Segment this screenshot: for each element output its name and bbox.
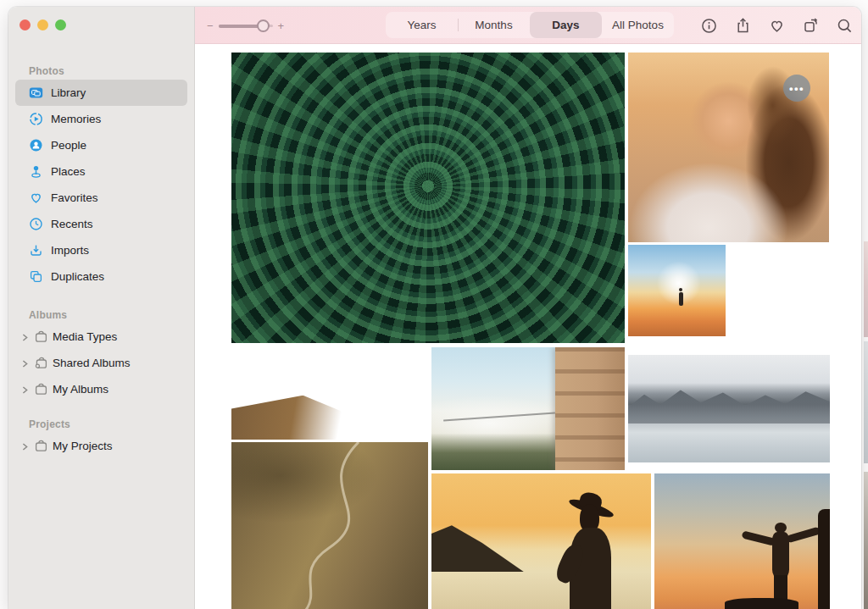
sidebar-section-albums: Albums <box>15 307 187 324</box>
sidebar-item-label: Library <box>51 86 86 99</box>
album-icon <box>34 439 48 453</box>
window-controls <box>19 19 66 30</box>
beach-person-silhouette <box>679 292 683 306</box>
close-window-button[interactable] <box>19 19 31 30</box>
fjord-ridge-shape <box>231 396 369 440</box>
sidebar: Photos Library Memories <box>8 7 195 609</box>
sidebar-item-duplicates[interactable]: Duplicates <box>15 263 187 290</box>
more-options-button[interactable]: ••• <box>783 75 810 102</box>
sidebar-item-recents[interactable]: Recents <box>15 211 187 237</box>
chevron-right-icon[interactable] <box>20 332 30 341</box>
toolbar-actions <box>692 7 861 44</box>
zoom-slider-knob[interactable] <box>257 19 270 32</box>
photo-castle-fog[interactable] <box>431 347 625 470</box>
sidebar-item-my-albums[interactable]: My Albums <box>15 376 187 402</box>
sidebar-item-media-types[interactable]: Media Types <box>15 324 187 350</box>
view-segmented-control: Years Months Days All Photos <box>386 12 674 38</box>
headland-shape <box>431 525 524 572</box>
tab-days[interactable]: Days <box>530 12 602 38</box>
sidebar-item-label: My Projects <box>53 440 113 452</box>
mountain-peaks-shape <box>628 387 830 424</box>
photos-app-window: Photos Library Memories <box>8 7 861 609</box>
screen: Photos Library Memories <box>0 0 868 609</box>
favorite-heart-icon[interactable] <box>760 7 793 44</box>
thumbnail-zoom-control: − + <box>207 7 284 44</box>
chevron-right-icon[interactable] <box>20 441 30 451</box>
photo-fjord-lake[interactable] <box>231 347 428 440</box>
sidebar-item-label: People <box>51 139 86 152</box>
sidebar-item-library[interactable]: Library <box>15 80 187 106</box>
toolbar: − + Years Months Days All Photos <box>195 7 861 44</box>
photo-arms-spread-sunset[interactable] <box>654 473 830 609</box>
sidebar-item-label: Duplicates <box>51 270 104 283</box>
heart-icon <box>29 191 43 205</box>
photo-forest-aerial[interactable] <box>231 53 625 343</box>
sidebar-item-label: My Albums <box>53 383 108 396</box>
rotate-icon[interactable] <box>793 7 827 44</box>
zoom-slider[interactable] <box>219 19 273 31</box>
chevron-right-icon[interactable] <box>20 385 30 394</box>
cable-car-line <box>443 412 555 422</box>
photo-beach-sunset-figure[interactable] <box>628 245 726 336</box>
sidebar-item-label: Media Types <box>53 330 117 343</box>
sidebar-item-people[interactable]: People <box>15 132 187 158</box>
photo-woman-portrait[interactable]: ••• <box>628 53 829 242</box>
tab-years[interactable]: Years <box>386 12 458 38</box>
tab-all-photos[interactable]: All Photos <box>602 12 674 38</box>
edge-photo-sliver-top <box>864 241 868 337</box>
sidebar-item-label: Recents <box>51 218 93 230</box>
album-icon <box>34 382 48 396</box>
sidebar-item-my-projects[interactable]: My Projects <box>15 433 187 459</box>
sidebar-item-label: Shared Albums <box>53 357 131 369</box>
partial-silhouette-shape <box>818 509 830 609</box>
main-area: − + Years Months Days All Photos <box>195 7 861 609</box>
zoom-in-plus[interactable]: + <box>278 20 285 31</box>
sidebar-item-imports[interactable]: Imports <box>15 237 187 263</box>
tab-months[interactable]: Months <box>458 12 530 38</box>
zoom-slider-fill <box>219 25 263 28</box>
info-icon[interactable] <box>692 7 726 44</box>
castle-building-shape <box>555 347 625 470</box>
edge-photo-sliver-middle <box>864 341 868 463</box>
sidebar-section-photos: Photos <box>15 63 187 80</box>
sidebar-item-favorites[interactable]: Favorites <box>15 185 187 211</box>
people-icon <box>29 138 43 152</box>
memories-icon <box>29 112 43 126</box>
album-icon <box>34 329 48 344</box>
photo-snow-mountains[interactable] <box>628 355 830 462</box>
library-icon <box>29 86 43 100</box>
winding-road-path <box>231 442 428 609</box>
sidebar-list: Photos Library Memories <box>15 63 187 459</box>
places-icon <box>29 164 43 179</box>
duplicates-icon <box>29 269 43 284</box>
zoom-window-button[interactable] <box>55 19 66 30</box>
photo-sea-silhouette[interactable] <box>729 245 829 336</box>
photo-grid: ••• <box>195 45 861 609</box>
edge-photo-sliver-bottom <box>864 472 868 609</box>
sidebar-section-projects: Projects <box>15 416 187 433</box>
minimize-window-button[interactable] <box>37 19 48 30</box>
sidebar-item-memories[interactable]: Memories <box>15 106 187 132</box>
arms-spread-silhouette <box>746 523 816 609</box>
search-icon[interactable] <box>827 7 861 44</box>
sidebar-item-shared-albums[interactable]: Shared Albums <box>15 350 187 376</box>
import-tray-icon <box>29 243 43 257</box>
sidebar-item-label: Places <box>51 165 86 178</box>
photo-hat-woman-sunset[interactable] <box>431 473 651 609</box>
clock-icon <box>29 217 43 231</box>
sidebar-item-places[interactable]: Places <box>15 158 187 185</box>
share-icon[interactable] <box>726 7 760 44</box>
sidebar-item-label: Imports <box>51 244 89 257</box>
chevron-right-icon[interactable] <box>20 358 30 368</box>
hat-woman-silhouette <box>554 493 629 609</box>
sidebar-item-label: Favorites <box>51 191 98 204</box>
zoom-out-minus[interactable]: − <box>207 20 214 31</box>
summit-rock-shape <box>725 598 798 609</box>
photo-desert-road[interactable] <box>231 442 428 609</box>
shared-album-icon <box>34 356 48 370</box>
sidebar-item-label: Memories <box>51 113 101 125</box>
